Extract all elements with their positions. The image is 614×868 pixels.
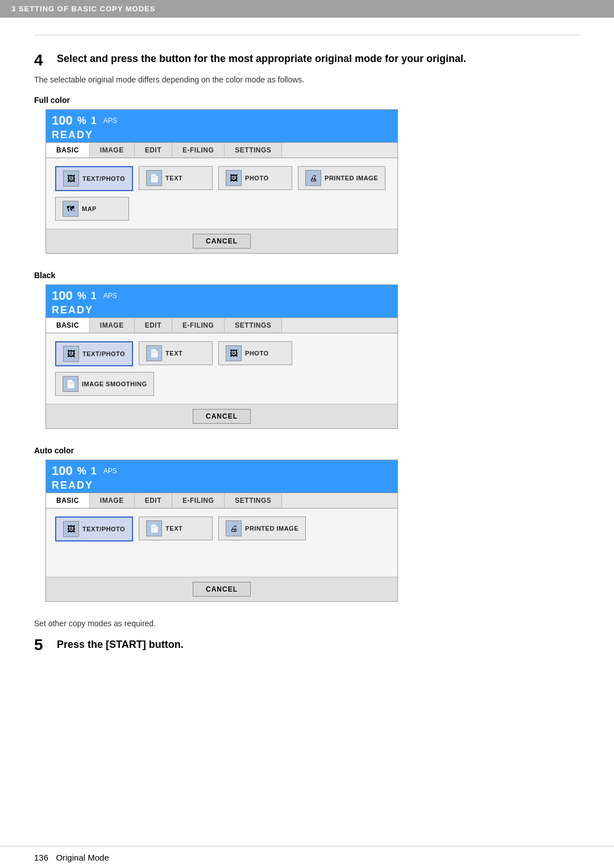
auto-color-btn-printedimage-label: PRINTED IMAGE <box>245 525 298 532</box>
auto-color-cancel-button[interactable]: CANCEL <box>193 582 251 597</box>
full-color-status-aps: APS <box>103 117 117 125</box>
black-tab-efiling[interactable]: E-FILING <box>172 318 225 333</box>
black-btn-imagesmoothing[interactable]: 📄 IMAGE SMOOTHING <box>55 372 154 396</box>
black-btn-photo[interactable]: 🖼 PHOTO <box>218 341 292 365</box>
black-cancel-button[interactable]: CANCEL <box>193 409 251 424</box>
full-color-label: Full color <box>34 96 580 105</box>
step4-heading: 4 Select and press the button for the mo… <box>34 52 580 68</box>
photo-icon: 🖼 <box>226 170 242 186</box>
black-panel: 100 % 1 APS READY BASIC IMAGE EDIT E-FIL… <box>45 284 398 429</box>
auto-color-status-percent: % <box>77 465 86 477</box>
footer-section-label: Original Mode <box>56 853 109 862</box>
full-color-btn-text[interactable]: 📄 TEXT <box>139 166 213 190</box>
full-color-btn-printedimage[interactable]: 🖨 PRINTED IMAGE <box>298 166 385 190</box>
misc-text: Set other copy modes as required. <box>34 619 580 628</box>
black-imagesmoothing-icon: 📄 <box>63 376 78 392</box>
auto-color-tab-efiling[interactable]: E-FILING <box>172 493 225 508</box>
black-btn-imagesmoothing-label: IMAGE SMOOTHING <box>82 381 147 387</box>
auto-color-status-aps: APS <box>103 467 117 475</box>
auto-color-printedimage-icon: 🖨 <box>226 520 242 536</box>
black-tab-basic[interactable]: BASIC <box>46 318 90 333</box>
black-status-percent: % <box>77 290 86 302</box>
full-color-status-ready: READY <box>52 129 392 141</box>
header-bar: 3 SETTING OF BASIC COPY MODES <box>0 0 614 18</box>
full-color-tab-settings[interactable]: SETTINGS <box>225 143 282 158</box>
full-color-section: Full color 100 % 1 APS READY BASIC IMAGE… <box>34 96 580 254</box>
auto-color-buttons-area: 🖼 TEXT/PHOTO 📄 TEXT 🖨 PRINTED IMAGE <box>46 509 397 577</box>
auto-color-btn-textphoto[interactable]: 🖼 TEXT/PHOTO <box>55 516 133 542</box>
full-color-cancel-button[interactable]: CANCEL <box>193 234 251 249</box>
auto-color-tab-image[interactable]: IMAGE <box>90 493 135 508</box>
black-status-ready: READY <box>52 304 392 316</box>
full-color-tab-edit[interactable]: EDIT <box>135 143 172 158</box>
black-status-aps: APS <box>103 292 117 300</box>
full-color-btn-photo-label: PHOTO <box>245 175 268 181</box>
auto-color-tab-edit[interactable]: EDIT <box>135 493 172 508</box>
black-btn-text[interactable]: 📄 TEXT <box>139 341 213 365</box>
black-btn-text-label: TEXT <box>165 350 182 357</box>
step5-heading: 5 Press the [START] button. <box>34 637 580 653</box>
auto-color-btn-printedimage[interactable]: 🖨 PRINTED IMAGE <box>218 516 306 540</box>
header-title: 3 SETTING OF BASIC COPY MODES <box>11 5 155 13</box>
text-icon: 📄 <box>146 170 162 186</box>
full-color-cancel-row: CANCEL <box>46 229 397 253</box>
auto-color-text-icon: 📄 <box>146 520 162 536</box>
black-btn-photo-label: PHOTO <box>245 350 268 357</box>
black-btn-textphoto-label: TEXT/PHOTO <box>82 350 125 357</box>
full-color-panel: 100 % 1 APS READY BASIC IMAGE EDIT E-FIL… <box>45 109 398 254</box>
auto-color-panel: 100 % 1 APS READY BASIC IMAGE EDIT E-FIL… <box>45 460 398 602</box>
full-color-status-pages: 1 <box>91 115 97 127</box>
auto-color-tab-basic[interactable]: BASIC <box>46 493 90 508</box>
auto-color-section: Auto color 100 % 1 APS READY BASIC IMAGE… <box>34 446 580 602</box>
step5-title: Press the [START] button. <box>57 638 184 651</box>
full-color-status-bar: 100 % 1 APS READY <box>46 110 397 142</box>
full-color-btn-map-label: MAP <box>82 205 97 212</box>
auto-color-status-pages: 1 <box>91 465 97 477</box>
auto-color-tab-settings[interactable]: SETTINGS <box>225 493 282 508</box>
black-status-pages: 1 <box>91 290 97 302</box>
black-section: Black 100 % 1 APS READY BASIC IMAGE EDIT… <box>34 271 580 429</box>
full-color-tab-efiling[interactable]: E-FILING <box>172 143 225 158</box>
step4-description: The selectable original mode differs dep… <box>34 75 580 84</box>
step4-title: Select and press the button for the most… <box>57 52 466 65</box>
black-tabs: BASIC IMAGE EDIT E-FILING SETTINGS <box>46 317 397 333</box>
black-status-number: 100 <box>52 288 73 303</box>
full-color-btn-map[interactable]: 🗺 MAP <box>55 197 129 221</box>
full-color-btn-photo[interactable]: 🖼 PHOTO <box>218 166 292 190</box>
black-label: Black <box>34 271 580 280</box>
black-text-icon: 📄 <box>146 345 162 361</box>
black-status-top: 100 % 1 APS <box>52 288 392 303</box>
black-textphoto-icon: 🖼 <box>63 346 79 362</box>
auto-color-status-number: 100 <box>52 464 73 478</box>
footer-page-number: 136 <box>34 853 48 862</box>
black-status-bar: 100 % 1 APS READY <box>46 285 397 317</box>
auto-color-status-ready: READY <box>52 480 392 491</box>
full-color-btn-textphoto-label: TEXT/PHOTO <box>82 175 125 182</box>
black-buttons-area: 🖼 TEXT/PHOTO 📄 TEXT 🖼 PHOTO 📄 IMAGE SMOO… <box>46 333 397 404</box>
map-icon: 🗺 <box>63 201 78 217</box>
black-tab-image[interactable]: IMAGE <box>90 318 135 333</box>
full-color-btn-printedimage-label: PRINTED IMAGE <box>325 175 378 181</box>
black-photo-icon: 🖼 <box>226 345 242 361</box>
black-tab-edit[interactable]: EDIT <box>135 318 172 333</box>
auto-color-textphoto-icon: 🖼 <box>63 521 79 537</box>
black-tab-settings[interactable]: SETTINGS <box>225 318 282 333</box>
full-color-status-number: 100 <box>52 113 73 128</box>
step5-number: 5 <box>34 637 57 653</box>
auto-color-status-bar: 100 % 1 APS READY <box>46 460 397 493</box>
textphoto-icon: 🖼 <box>63 171 79 187</box>
full-color-tab-image[interactable]: IMAGE <box>90 143 135 158</box>
printedimage-icon: 🖨 <box>305 170 321 186</box>
auto-color-label: Auto color <box>34 446 580 455</box>
auto-color-tabs: BASIC IMAGE EDIT E-FILING SETTINGS <box>46 493 397 509</box>
full-color-btn-text-label: TEXT <box>165 175 182 181</box>
full-color-tabs: BASIC IMAGE EDIT E-FILING SETTINGS <box>46 142 397 158</box>
full-color-tab-basic[interactable]: BASIC <box>46 143 90 158</box>
black-btn-textphoto[interactable]: 🖼 TEXT/PHOTO <box>55 341 133 366</box>
auto-color-btn-text[interactable]: 📄 TEXT <box>139 516 213 540</box>
full-color-btn-textphoto[interactable]: 🖼 TEXT/PHOTO <box>55 166 133 191</box>
auto-color-cancel-row: CANCEL <box>46 577 397 601</box>
top-rule <box>34 35 580 35</box>
auto-color-btn-textphoto-label: TEXT/PHOTO <box>82 526 125 532</box>
auto-color-btn-text-label: TEXT <box>165 525 182 532</box>
